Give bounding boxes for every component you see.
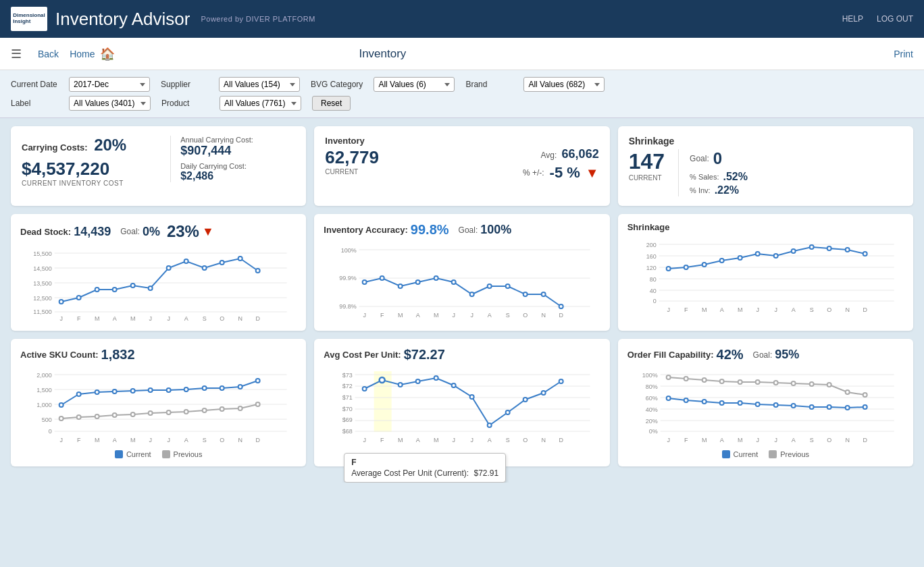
svg-point-163 xyxy=(434,376,438,380)
svg-text:S: S xyxy=(506,437,510,443)
svg-text:A: A xyxy=(416,312,420,317)
svg-text:J: J xyxy=(471,437,474,443)
logout-link[interactable]: LOG OUT xyxy=(877,14,913,24)
svg-text:J: J xyxy=(471,312,474,317)
svg-point-114 xyxy=(131,389,135,393)
dead-stock-header: Dead Stock: 14,439 Goal: 0% 23% ▼ xyxy=(20,222,297,241)
brand-select[interactable]: All Values (682) xyxy=(523,77,605,92)
svg-point-17 xyxy=(184,259,188,263)
inventory-avg-label: Avg: xyxy=(540,151,557,160)
svg-point-14 xyxy=(131,284,135,288)
svg-point-214 xyxy=(791,404,795,408)
svg-text:99.8%: 99.8% xyxy=(339,303,357,310)
svg-point-204 xyxy=(827,383,831,387)
svg-point-166 xyxy=(488,423,492,427)
help-link[interactable]: HELP xyxy=(842,14,863,24)
shrinkage-pct-inv-value: .22% xyxy=(715,184,739,196)
svg-text:$68: $68 xyxy=(342,428,353,435)
svg-point-201 xyxy=(773,381,777,385)
legend-dot-current xyxy=(115,450,123,458)
svg-point-124 xyxy=(95,414,99,418)
label-select[interactable]: All Values (3401) xyxy=(69,96,151,111)
svg-text:A: A xyxy=(719,306,723,312)
svg-point-118 xyxy=(203,386,207,390)
app-subtitle: Powered by DIVER PLATFORM xyxy=(201,15,315,23)
svg-point-16 xyxy=(167,266,171,270)
svg-point-125 xyxy=(113,413,117,417)
svg-point-21 xyxy=(256,269,260,273)
app-title: Inventory Advisor xyxy=(55,9,190,30)
supplier-select[interactable]: All Values (154) xyxy=(219,77,300,92)
svg-text:15,500: 15,500 xyxy=(33,250,52,257)
svg-text:D: D xyxy=(255,315,260,321)
svg-text:J: J xyxy=(59,437,63,443)
svg-text:S: S xyxy=(203,437,207,443)
svg-point-12 xyxy=(95,288,99,292)
annual-cost-value: $907,444 xyxy=(180,144,295,158)
svg-text:1,500: 1,500 xyxy=(36,387,52,394)
inventory-down-arrow: ▼ xyxy=(586,165,599,181)
current-date-select[interactable]: 2017-Dec xyxy=(69,77,150,92)
shrinkage-kpi-card: Shrinkage 147 CURRENT Goal: 0 % Sales: .… xyxy=(618,126,913,206)
svg-text:M: M xyxy=(130,315,136,321)
inv-accuracy-svg: 100% 99.9% 99.8% xyxy=(324,243,600,317)
svg-point-76 xyxy=(666,267,670,271)
svg-text:N: N xyxy=(845,437,850,443)
svg-text:F: F xyxy=(77,437,81,443)
menu-icon[interactable]: ☰ xyxy=(11,47,22,61)
bvg-category-select[interactable]: All Values (6) xyxy=(374,77,455,92)
svg-point-78 xyxy=(702,263,706,267)
sku-value: 1,832 xyxy=(101,347,135,362)
carrying-costs-card: Carrying Costs: 20% $4,537,220 CURRENT I… xyxy=(11,126,306,206)
svg-point-198 xyxy=(719,379,723,383)
svg-text:J: J xyxy=(149,437,152,443)
svg-point-20 xyxy=(238,256,242,261)
inv-accuracy-goal-label: Goal: xyxy=(459,225,478,235)
svg-text:80: 80 xyxy=(649,276,656,283)
daily-cost-value: $2,486 xyxy=(180,170,295,182)
product-select[interactable]: All Values (7761) xyxy=(220,96,301,111)
tooltip-box: F Average Cost Per Unit (Current): $72.9… xyxy=(344,453,506,483)
print-button[interactable]: Print xyxy=(894,49,913,59)
shrinkage-chart: Shrinkage 200 160 120 80 40 0 xyxy=(618,214,913,331)
svg-point-212 xyxy=(755,402,759,406)
svg-text:N: N xyxy=(845,306,850,312)
svg-text:O: O xyxy=(523,312,528,317)
svg-text:D: D xyxy=(863,306,867,312)
home-button[interactable]: Home xyxy=(64,49,100,59)
svg-point-44 xyxy=(434,276,438,280)
svg-text:S: S xyxy=(203,315,207,321)
svg-text:$69: $69 xyxy=(342,416,353,423)
svg-point-110 xyxy=(59,403,63,407)
svg-text:14,500: 14,500 xyxy=(33,265,52,272)
svg-text:J: J xyxy=(756,306,759,312)
svg-text:J: J xyxy=(774,437,777,443)
back-button[interactable]: Back xyxy=(32,49,64,59)
reset-button[interactable]: Reset xyxy=(312,96,351,111)
dead-stock-arrow: ▼ xyxy=(202,225,214,239)
order-fill-svg: 100% 80% 60% 40% 20% 0% xyxy=(627,368,904,446)
svg-point-86 xyxy=(845,248,849,252)
svg-text:2,000: 2,000 xyxy=(36,372,52,379)
inventory-kpi-value: 62,779 xyxy=(325,147,379,168)
svg-text:J: J xyxy=(453,312,456,317)
svg-text:20%: 20% xyxy=(645,418,657,425)
svg-point-207 xyxy=(666,396,670,400)
svg-point-84 xyxy=(809,245,813,249)
svg-text:80%: 80% xyxy=(645,383,657,390)
shrinkage-kpi-label: Shrinkage xyxy=(629,136,902,146)
tooltip-label: Average Cost Per Unit (Current): xyxy=(351,468,469,478)
svg-text:J: J xyxy=(59,315,63,321)
svg-point-120 xyxy=(238,385,242,389)
order-fill-title: Order Fill Capability: xyxy=(627,350,714,360)
svg-text:D: D xyxy=(255,437,260,443)
svg-point-85 xyxy=(827,246,831,250)
svg-text:500: 500 xyxy=(42,416,52,423)
svg-text:13,500: 13,500 xyxy=(33,280,52,287)
svg-point-128 xyxy=(167,410,171,414)
svg-point-218 xyxy=(863,405,867,409)
svg-text:99.9%: 99.9% xyxy=(339,275,357,281)
legend-current: Current xyxy=(115,450,151,458)
svg-point-41 xyxy=(380,276,384,280)
svg-point-117 xyxy=(184,387,188,392)
